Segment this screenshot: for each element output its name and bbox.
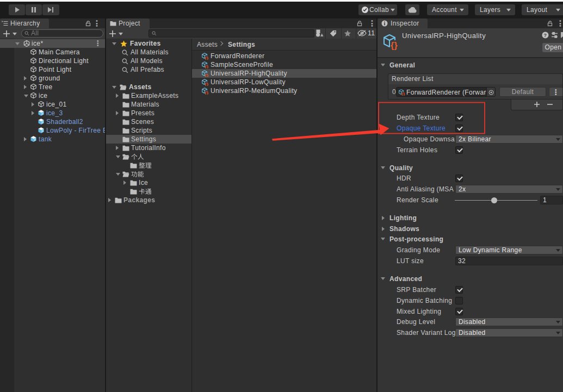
svg-text:{}: {} xyxy=(205,90,209,95)
svg-text:{}: {} xyxy=(391,41,398,50)
svg-text:{}: {} xyxy=(401,91,405,96)
svg-text:?: ? xyxy=(544,33,547,38)
svg-text:{}: {} xyxy=(205,73,209,77)
svg-text:{}: {} xyxy=(205,64,209,69)
svg-text:{}: {} xyxy=(205,82,209,86)
svg-text:{}: {} xyxy=(205,55,209,60)
